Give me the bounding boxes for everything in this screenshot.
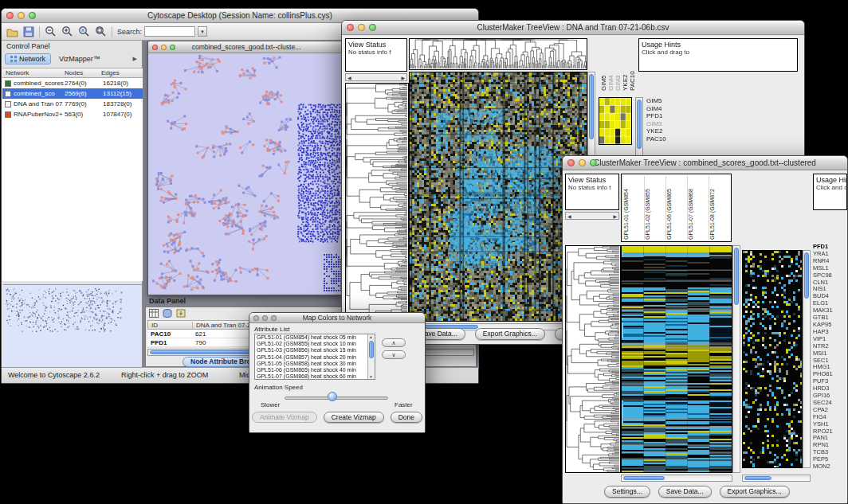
- treeview2-titlebar[interactable]: ClusterMaker TreeView : combined_scores_…: [563, 156, 847, 170]
- attribute-list-vscrollbar[interactable]: ▲ ▼: [367, 334, 375, 379]
- tab-network[interactable]: Network: [5, 53, 51, 64]
- minimize-icon[interactable]: [579, 159, 586, 166]
- secondary-heatmap-canvas[interactable]: [743, 251, 802, 467]
- dendrogram-hscrollbar[interactable]: ◀ ▶: [565, 212, 619, 220]
- search-input[interactable]: [144, 26, 195, 37]
- database-icon[interactable]: [163, 309, 172, 318]
- scroll-up-icon[interactable]: ▲: [369, 334, 373, 339]
- scroll-left-icon[interactable]: ◀: [346, 75, 353, 80]
- table-icon[interactable]: [149, 309, 159, 318]
- network-table-row[interactable]: combined_scores2764(0)16218(0): [2, 78, 143, 88]
- close-icon[interactable]: [6, 12, 14, 19]
- create-vizmap-button[interactable]: Create Vizmap: [324, 412, 384, 423]
- gene-label[interactable]: GIM5: [646, 97, 666, 105]
- gene-label[interactable]: GIM3: [646, 120, 666, 128]
- minimize-icon[interactable]: [161, 45, 167, 50]
- move-down-button[interactable]: ∨: [382, 350, 406, 359]
- minimize-icon[interactable]: [358, 24, 365, 31]
- column-label[interactable]: PAC10: [629, 40, 636, 91]
- tab-overflow-icon[interactable]: ▶: [133, 56, 140, 62]
- attribute-item[interactable]: GPL51-02 (GSM855) heat shock 10 min: [255, 341, 375, 347]
- scroll-down-icon[interactable]: ▼: [369, 374, 373, 379]
- tab-vizmapper[interactable]: VizMapper™: [54, 54, 105, 64]
- scrollbar-thumb[interactable]: [623, 476, 665, 480]
- column-label[interactable]: GIM5: [600, 40, 607, 91]
- heatmap-hscrollbar[interactable]: [621, 475, 732, 482]
- open-folder-icon[interactable]: [6, 26, 18, 37]
- scroll-right-icon[interactable]: ▶: [399, 75, 406, 80]
- animate-vizmap-button[interactable]: Animate Vizmap: [252, 412, 317, 423]
- export-graphics-button[interactable]: Export Graphics...: [475, 328, 545, 340]
- network-view-canvas[interactable]: [148, 53, 344, 295]
- scrollbar-thumb[interactable]: [804, 252, 809, 299]
- import-icon[interactable]: [176, 309, 186, 318]
- zoom-icon[interactable]: [590, 159, 597, 166]
- network-table-row[interactable]: RNAPuberNov2+563(0)107847(0): [2, 109, 143, 119]
- export-graphics-button[interactable]: Export Graphics...: [720, 486, 790, 498]
- close-icon[interactable]: [253, 315, 259, 321]
- minimize-icon[interactable]: [18, 12, 25, 19]
- minimize-icon[interactable]: [262, 315, 268, 321]
- gene-label[interactable]: GIM4: [646, 105, 666, 113]
- treeview1-titlebar[interactable]: ClusterMaker TreeView : DNA and Tran 07-…: [342, 21, 804, 35]
- column-label[interactable]: GPL51-02 (GSM855: [644, 176, 665, 240]
- secondary-vscrollbar[interactable]: [803, 250, 811, 468]
- network-table-row[interactable]: combined_sco2569(6)13112(15): [2, 88, 143, 99]
- dendrogram-hscrollbar[interactable]: ◀ ▶: [345, 73, 407, 81]
- search-dropdown-icon[interactable]: ▼: [198, 26, 207, 37]
- zoom-selected-icon[interactable]: [78, 25, 90, 37]
- save-data-button[interactable]: Save Data...: [658, 486, 712, 498]
- zoom-icon[interactable]: [369, 24, 376, 31]
- gene-label[interactable]: PAC10: [646, 135, 666, 143]
- heatmap-vscrollbar[interactable]: [732, 245, 740, 473]
- heatmap-canvas[interactable]: [410, 72, 587, 321]
- secondary-hscrollbar[interactable]: [742, 475, 811, 482]
- slider-thumb[interactable]: [328, 392, 337, 401]
- column-label[interactable]: GPL51-06 (GSM865: [665, 176, 687, 240]
- correlation-matrix-canvas[interactable]: [599, 98, 631, 144]
- scrollbar-thumb[interactable]: [369, 341, 374, 358]
- network-table-row[interactable]: DNA and Tran 077769(0)183728(0): [2, 99, 143, 109]
- row-dendrogram-canvas[interactable]: [346, 84, 408, 319]
- dialog-titlebar[interactable]: Map Colors to Network: [249, 313, 425, 323]
- scrollbar-thumb[interactable]: [734, 248, 739, 305]
- gene-label[interactable]: PFD1: [646, 112, 666, 120]
- scroll-right-icon[interactable]: ▶: [611, 213, 618, 219]
- move-up-button[interactable]: ∧: [382, 338, 406, 347]
- attribute-item[interactable]: GPL51-04 (GSM857) heat shock 20 min: [255, 354, 375, 361]
- column-label[interactable]: GIM4: [607, 40, 614, 91]
- scroll-left-icon[interactable]: ◀: [566, 213, 573, 219]
- settings-button[interactable]: Settings...: [604, 486, 650, 498]
- zoom-in-icon[interactable]: [61, 25, 73, 37]
- scrollbar-thumb[interactable]: [637, 100, 642, 149]
- scrollbar-thumb[interactable]: [744, 476, 771, 480]
- column-label[interactable]: GIM3: [614, 40, 622, 91]
- zoom-icon[interactable]: [170, 45, 175, 50]
- zoom-fit-icon[interactable]: [95, 25, 107, 37]
- zoom-icon[interactable]: [271, 315, 277, 321]
- gene-label[interactable]: MON2: [813, 463, 833, 471]
- attribute-item[interactable]: GPL51-06 (GSM865) heat shock 40 min: [255, 367, 375, 373]
- row-dendrogram-canvas[interactable]: [566, 246, 620, 472]
- scrollbar-thumb[interactable]: [589, 74, 594, 139]
- attribute-item[interactable]: GPL51-03 (GSM856) heat shock 15 min: [255, 347, 375, 354]
- network-overview-canvas[interactable]: [3, 284, 142, 368]
- column-label[interactable]: GPL51-08 (GSM872: [709, 176, 730, 240]
- zoom-icon[interactable]: [29, 12, 36, 19]
- close-icon[interactable]: [567, 159, 575, 166]
- column-dendrogram-canvas[interactable]: [410, 39, 587, 69]
- heatmap-canvas[interactable]: [622, 246, 732, 472]
- column-label[interactable]: GPL51-07 (GSM868: [687, 176, 709, 240]
- attribute-item[interactable]: GPL51-01 (GSM854) heat shock 05 min: [255, 334, 375, 341]
- attribute-item[interactable]: GPL51-05 (GSM858) heat shock 30 min: [255, 361, 375, 367]
- done-button[interactable]: Done: [391, 412, 422, 423]
- column-label[interactable]: YKE2: [622, 40, 629, 91]
- attribute-item[interactable]: GPL51-07 (GSM868) heat shock 60 min: [255, 373, 375, 380]
- save-icon[interactable]: [23, 26, 34, 37]
- gene-label[interactable]: YKE2: [646, 127, 666, 135]
- column-label[interactable]: GPL51-01 (GSM854: [622, 176, 644, 240]
- close-icon[interactable]: [152, 45, 158, 50]
- zoom-out-icon[interactable]: [45, 25, 57, 37]
- close-icon[interactable]: [347, 24, 354, 31]
- network-view-titlebar[interactable]: combined_scores_good.txt--cluste...: [148, 41, 344, 53]
